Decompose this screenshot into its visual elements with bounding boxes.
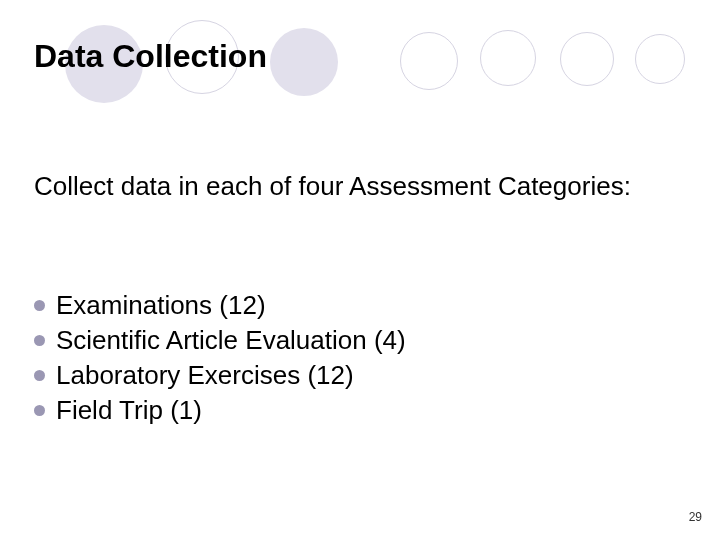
- bullet-icon: [34, 300, 45, 311]
- bullet-text: Laboratory Exercises (12): [56, 358, 354, 393]
- list-item: Examinations (12): [34, 288, 660, 323]
- slide: Data Collection Collect data in each of …: [0, 0, 720, 540]
- bullet-list: Examinations (12) Scientific Article Eva…: [34, 288, 660, 428]
- page-number: 29: [689, 510, 702, 524]
- list-item: Laboratory Exercises (12): [34, 358, 660, 393]
- bullet-icon: [34, 405, 45, 416]
- list-item: Field Trip (1): [34, 393, 660, 428]
- intro-text: Collect data in each of four Assessment …: [34, 170, 660, 203]
- bullet-icon: [34, 335, 45, 346]
- bullet-text: Field Trip (1): [56, 393, 202, 428]
- bullet-text: Scientific Article Evaluation (4): [56, 323, 406, 358]
- bullet-icon: [34, 370, 45, 381]
- bullet-text: Examinations (12): [56, 288, 266, 323]
- circle-icon: [560, 32, 614, 86]
- circle-icon: [480, 30, 536, 86]
- slide-title: Data Collection: [34, 38, 267, 75]
- circle-icon: [400, 32, 458, 90]
- circle-icon: [635, 34, 685, 84]
- list-item: Scientific Article Evaluation (4): [34, 323, 660, 358]
- circle-icon: [270, 28, 338, 96]
